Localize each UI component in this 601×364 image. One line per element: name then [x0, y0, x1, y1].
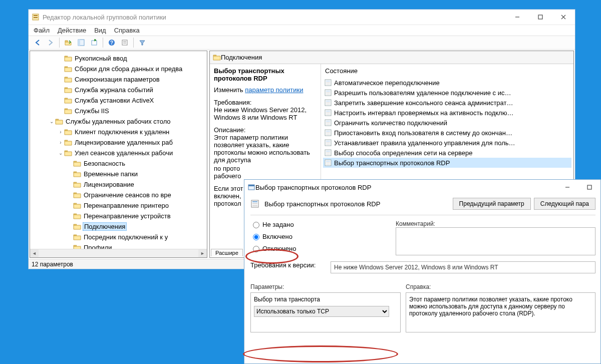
radio-label: Включено	[262, 233, 292, 240]
policy-item[interactable]: Выбор транспортных протоколов RDP	[323, 158, 571, 168]
up-button[interactable]	[62, 37, 74, 48]
dialog-minimize-button[interactable]	[556, 180, 578, 195]
tree-item[interactable]: Перенаправление принтеро	[30, 200, 207, 211]
tree-item[interactable]: Служба журнала событий	[30, 85, 207, 95]
tree-item-label: Временные папки	[83, 170, 139, 178]
menu-help[interactable]: Справка	[114, 27, 140, 34]
radio-label: Отключено	[262, 245, 296, 252]
menu-action[interactable]: Действие	[58, 27, 86, 34]
previous-setting-button[interactable]: Предыдущий параметр	[453, 198, 531, 210]
policy-item-icon	[324, 109, 332, 117]
svg-rect-58	[252, 205, 257, 206]
svg-rect-2	[34, 17, 38, 18]
folder-icon	[55, 118, 63, 125]
tab-extended[interactable]: Расшире	[211, 249, 243, 256]
edit-policy-link[interactable]: параметр политики	[245, 86, 303, 94]
state-column-header: Состояние	[323, 67, 571, 75]
policy-item-label: Приостановить вход пользователя в систем…	[334, 129, 512, 137]
policy-item-label: Ограничить количество подключений	[334, 119, 447, 127]
folder-icon	[64, 87, 72, 94]
folder-icon	[73, 234, 81, 241]
expand-icon[interactable]: ›	[57, 129, 64, 135]
tree-item[interactable]: Служба установки ActiveX	[30, 95, 207, 106]
folder-icon	[64, 129, 72, 136]
back-button[interactable]	[32, 37, 44, 48]
policy-item[interactable]: Ограничить количество подключений	[323, 118, 571, 128]
maximize-button[interactable]	[529, 10, 552, 25]
expand-icon[interactable]: ⌄	[48, 119, 55, 124]
policy-item[interactable]: Устанавливает правила удаленного управле…	[323, 138, 571, 148]
expand-icon[interactable]: ›	[57, 140, 64, 145]
expand-icon[interactable]: ⌄	[57, 150, 64, 156]
folder-icon	[73, 171, 81, 178]
tree-item[interactable]: ›Лицензирование удаленных раб	[30, 137, 207, 148]
comment-textbox[interactable]	[396, 227, 595, 255]
radio-disabled[interactable]: Отключено	[250, 244, 396, 252]
dialog-titlebar[interactable]: Выбор транспортных протоколов RDP	[244, 180, 600, 195]
folder-icon	[64, 55, 72, 62]
tree-item[interactable]: Временные папки	[30, 169, 207, 179]
folder-icon	[64, 108, 72, 115]
policy-item-label: Автоматическое переподключение	[334, 79, 440, 87]
tree-horizontal-scrollbar[interactable]: ◄►	[30, 249, 207, 257]
folder-icon	[213, 54, 221, 61]
policy-item[interactable]: Запретить завершение консольного сеанса …	[323, 98, 571, 108]
policy-item-icon	[324, 119, 332, 127]
tree-item[interactable]: Сборки для сбора данных и предва	[30, 64, 207, 74]
filter-button[interactable]	[136, 37, 148, 48]
policy-item-icon	[324, 89, 332, 97]
tree-item-label: Перенаправление устройств	[83, 212, 172, 220]
properties-button[interactable]	[119, 37, 131, 48]
tree-item[interactable]: Лицензирование	[30, 179, 207, 190]
tree-item-label: Посредник подключений к у	[83, 233, 169, 241]
policy-title: Выбор транспортных протоколов RDP	[214, 67, 317, 82]
radio-not-configured[interactable]: Не задано	[250, 220, 396, 228]
tree-item[interactable]: Ограничение сеансов по вре	[30, 190, 207, 200]
policy-item[interactable]: Выбор способа определения сети на сервер…	[323, 148, 571, 158]
requirements-text: Не ниже Windows Server 2012, Windows 8 и…	[334, 264, 498, 271]
tree-item[interactable]: Рукописный ввод	[30, 53, 207, 64]
forward-button[interactable]	[45, 37, 57, 48]
folder-icon	[73, 181, 81, 188]
policy-item[interactable]: Разрешить пользователям удаленное подклю…	[323, 88, 571, 98]
svg-rect-9	[92, 41, 97, 45]
app-icon	[32, 13, 40, 21]
tree-item[interactable]: Безопасность	[30, 158, 207, 169]
radio-enabled[interactable]: Включено	[250, 232, 396, 240]
tree-item-label: Клиент подключения к удаленн	[74, 128, 170, 136]
menu-view[interactable]: Вид	[94, 27, 106, 34]
titlebar[interactable]: Редактор локальной групповой политики	[29, 10, 575, 25]
svg-rect-52	[248, 185, 254, 186]
export-button[interactable]	[88, 37, 100, 48]
tree-item[interactable]: Перенаправление устройств	[30, 211, 207, 221]
tree-item[interactable]: Синхронизация параметров	[30, 74, 207, 85]
menu-file[interactable]: Файл	[34, 27, 50, 34]
close-button[interactable]	[552, 10, 575, 25]
tree-item[interactable]: Службы IIS	[30, 106, 207, 116]
help-header: Справка:	[406, 283, 431, 290]
show-hide-tree-button[interactable]	[75, 37, 87, 48]
tree-item[interactable]: ›Клиент подключения к удаленн	[30, 127, 207, 137]
svg-rect-8	[78, 40, 80, 46]
tree-item-label: Сборки для сбора данных и предва	[74, 65, 183, 73]
transport-type-select[interactable]: Использовать только TCP	[254, 306, 389, 317]
folder-icon	[64, 150, 72, 157]
dialog-maximize-button[interactable]	[578, 180, 600, 195]
tree-item-label: Лицензирование удаленных раб	[74, 139, 174, 146]
details-header: Подключения	[210, 51, 573, 64]
policy-item[interactable]: Автоматическое переподключение	[323, 78, 571, 88]
tree-item[interactable]: ⌄Службы удаленных рабочих столо	[30, 116, 207, 127]
policy-item[interactable]: Настроить интервал проверяемых на активн…	[323, 108, 571, 118]
parameters-box: Выбор типа транспорта Использовать тольк…	[250, 292, 401, 332]
tree-item[interactable]: Подключения	[30, 221, 207, 232]
folder-icon	[73, 160, 81, 167]
folder-icon	[64, 97, 72, 104]
policy-item[interactable]: Приостановить вход пользователя в систем…	[323, 128, 571, 138]
policy-item-label: Запретить завершение консольного сеанса …	[334, 99, 513, 107]
tree-item[interactable]: ⌄Узел сеансов удаленных рабочи	[30, 148, 207, 158]
help-button[interactable]: ?	[106, 37, 118, 48]
tree-item[interactable]: Посредник подключений к у	[30, 232, 207, 242]
requirements-label: Требования:	[214, 99, 251, 106]
minimize-button[interactable]	[506, 10, 529, 25]
next-setting-button[interactable]: Следующий пара	[534, 198, 595, 210]
